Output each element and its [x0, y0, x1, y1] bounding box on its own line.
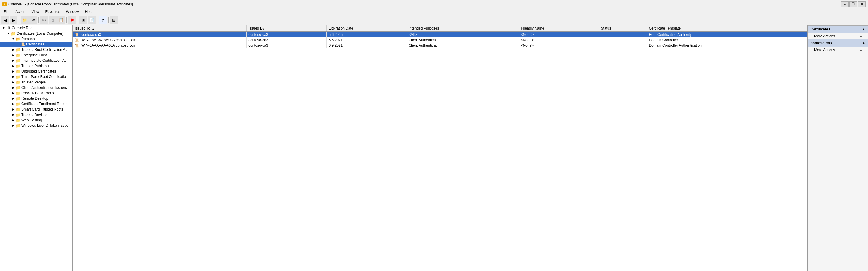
tree-node-trusted-people[interactable]: ▶ 📁 Trusted People: [0, 80, 72, 85]
folder-icon-web-hosting: 📁: [16, 118, 21, 122]
col-expiration-date[interactable]: Expiration Date: [327, 25, 407, 32]
tree-node-intermediate-cert[interactable]: ▶ 📁 Intermediate Certification Au: [0, 58, 72, 63]
expand-trusted-root[interactable]: ▶: [11, 47, 16, 52]
folder-icon-remote-desktop: 📁: [16, 97, 21, 101]
properties-button[interactable]: ⊞: [80, 16, 87, 24]
menu-view[interactable]: View: [29, 9, 42, 15]
cell-friendly-name: <None>: [519, 37, 599, 43]
minimize-button[interactable]: −: [841, 1, 849, 7]
tree-node-enterprise-trust[interactable]: ▶ 📁 Enterprise Trust: [0, 52, 72, 58]
expand-preview-build[interactable]: ▶: [11, 91, 16, 96]
more-actions-arrow-contoso: ▶: [860, 49, 862, 52]
menu-favorites[interactable]: Favorites: [43, 9, 63, 15]
restore-button[interactable]: ❐: [849, 1, 857, 7]
tree-label-remote-desktop: Remote Desktop: [21, 97, 48, 101]
expand-console-root[interactable]: ▼: [1, 26, 6, 30]
table-row[interactable]: 📜 WIN-0AAAAAAA00A.contoso.com contoso-ca…: [73, 37, 807, 43]
expand-trusted-devices[interactable]: ▶: [11, 112, 16, 117]
col-cert-template[interactable]: Certificate Template: [647, 25, 807, 32]
expand-untrusted-certs[interactable]: ▶: [11, 69, 16, 74]
tree-node-windows-live[interactable]: ▶ 📁 Windows Live ID Token Issue: [0, 123, 72, 128]
col-issued-to[interactable]: Issued To ▲: [73, 25, 247, 32]
expand-client-auth[interactable]: ▶: [11, 85, 16, 90]
expand-third-party-root[interactable]: ▶: [11, 74, 16, 79]
cell-status: [599, 43, 647, 48]
folder-icon-third-party-root: 📁: [16, 75, 21, 79]
toolbar-separator-1: [19, 17, 19, 24]
expand-windows-live[interactable]: ▶: [11, 123, 16, 128]
expand-intermediate-cert[interactable]: ▶: [11, 58, 16, 63]
col-intended-purposes[interactable]: Intended Purposes: [407, 25, 519, 32]
action-more-actions-contoso[interactable]: More Actions ▶: [808, 47, 868, 53]
folder-icon-enterprise-trust: 📁: [16, 53, 21, 57]
tree-node-trusted-publishers[interactable]: ▶ 📁 Trusted Publishers: [0, 63, 72, 69]
close-button[interactable]: ✕: [858, 1, 866, 7]
folder-icon-cert-enrollment: 📁: [16, 102, 21, 106]
expand-enterprise-trust[interactable]: ▶: [11, 53, 16, 57]
tree-node-certificates[interactable]: 📜 Certificates: [0, 42, 72, 47]
tree-label-web-hosting: Web Hosting: [21, 118, 42, 122]
tree-node-cert-enrollment[interactable]: ▶ 📁 Certificate Enrollment Reque: [0, 101, 72, 107]
table-row[interactable]: 📜 contoso-ca3 contoso-ca3 5/6/2025 <All>…: [73, 32, 807, 37]
expand-web-hosting[interactable]: ▶: [11, 118, 16, 123]
delete-button[interactable]: ✖: [68, 16, 76, 24]
export-button[interactable]: 📄: [88, 16, 96, 24]
tree-node-smart-card[interactable]: ▶ 📁 Smart Card Trusted Roots: [0, 107, 72, 112]
expand-personal[interactable]: ▼: [11, 36, 16, 41]
folder-icon-trusted-publishers: 📁: [16, 64, 21, 68]
menu-action[interactable]: Action: [13, 9, 28, 15]
tree-node-trusted-devices[interactable]: ▶ 📁 Trusted Devices: [0, 112, 72, 117]
collapse-certificates-icon: ▲: [862, 27, 866, 31]
cut-button[interactable]: ✂: [40, 16, 48, 24]
menu-file[interactable]: File: [1, 9, 12, 15]
cell-expiration-date: 6/9/2021: [327, 43, 407, 48]
content-panel: Issued To ▲ Issued By Expiration Date In…: [73, 25, 808, 271]
forward-button[interactable]: ▶: [10, 16, 18, 24]
col-issued-by[interactable]: Issued By: [247, 25, 327, 32]
more-actions-arrow-certs: ▶: [860, 35, 862, 38]
tree-node-third-party-root[interactable]: ▶ 📁 Third-Party Root Certificatio: [0, 74, 72, 80]
expand-trusted-people[interactable]: ▶: [11, 80, 16, 85]
expand-trusted-publishers[interactable]: ▶: [11, 63, 16, 69]
window-controls: − ❐ ✕: [841, 1, 866, 7]
tree-node-untrusted-certs[interactable]: ▶ 📁 Untrusted Certificates: [0, 69, 72, 74]
tree-node-console-root[interactable]: ▼ 🖥 Console Root: [0, 25, 72, 31]
expand-certs-local[interactable]: ▼: [6, 31, 11, 36]
tree-label-console-root: Console Root: [12, 26, 34, 30]
tree-label-trusted-people: Trusted People: [21, 80, 46, 84]
console-tree-button[interactable]: 🗂: [29, 16, 37, 24]
back-button[interactable]: ◀: [1, 16, 9, 24]
col-friendly-name[interactable]: Friendly Name: [519, 25, 599, 32]
actions-section-certificates[interactable]: Certificates ▲: [808, 25, 868, 33]
toolbar-separator-4: [78, 17, 78, 24]
menu-window[interactable]: Window: [64, 9, 82, 15]
col-status[interactable]: Status: [599, 25, 647, 32]
cell-cert-template: Domain Controller Authentication: [647, 43, 807, 48]
tree-node-web-hosting[interactable]: ▶ 📁 Web Hosting: [0, 117, 72, 123]
tree-label-trusted-root: Trusted Root Certification Au: [21, 48, 67, 52]
cell-expiration-date: 5/6/2025: [327, 32, 407, 37]
paste-button[interactable]: 📋: [57, 16, 65, 24]
tree-node-trusted-root[interactable]: ▶ 📁 Trusted Root Certification Au: [0, 47, 72, 52]
actions-section-contoso-ca3[interactable]: contoso-ca3 ▲: [808, 39, 868, 47]
cert-folder-icon: 📜: [21, 42, 25, 46]
toolbar-separator-2: [38, 17, 39, 24]
action-more-actions-certs[interactable]: More Actions ▶: [808, 33, 868, 39]
tree-node-client-auth[interactable]: ▶ 📁 Client Authentication Issuers: [0, 85, 72, 90]
expand-cert-enrollment[interactable]: ▶: [11, 102, 16, 106]
expand-smart-card[interactable]: ▶: [11, 107, 16, 112]
title-bar: 🖥 Console1 - [Console Root\Certificates …: [0, 0, 868, 8]
expand-certificates[interactable]: [16, 42, 21, 47]
menu-help[interactable]: Help: [83, 9, 95, 15]
copy-button[interactable]: ⎘: [49, 16, 57, 24]
cert-icon: 📜: [75, 33, 79, 36]
tree-node-preview-build[interactable]: ▶ 📁 Preview Build Roots: [0, 90, 72, 96]
tree-node-personal[interactable]: ▼ 📂 Personal: [0, 36, 72, 42]
table-row[interactable]: 📜 WIN-0AAAAAAA00A.contoso.com contoso-ca…: [73, 43, 807, 48]
help-button[interactable]: ?: [99, 16, 107, 24]
snap-view-button[interactable]: ⊟: [110, 16, 118, 24]
up-button[interactable]: 📁: [21, 16, 29, 24]
tree-node-remote-desktop[interactable]: ▶ 📁 Remote Desktop: [0, 96, 72, 101]
expand-remote-desktop[interactable]: ▶: [11, 96, 16, 101]
tree-node-certs-local[interactable]: ▼ 📁 Certificates (Local Computer): [0, 31, 72, 36]
